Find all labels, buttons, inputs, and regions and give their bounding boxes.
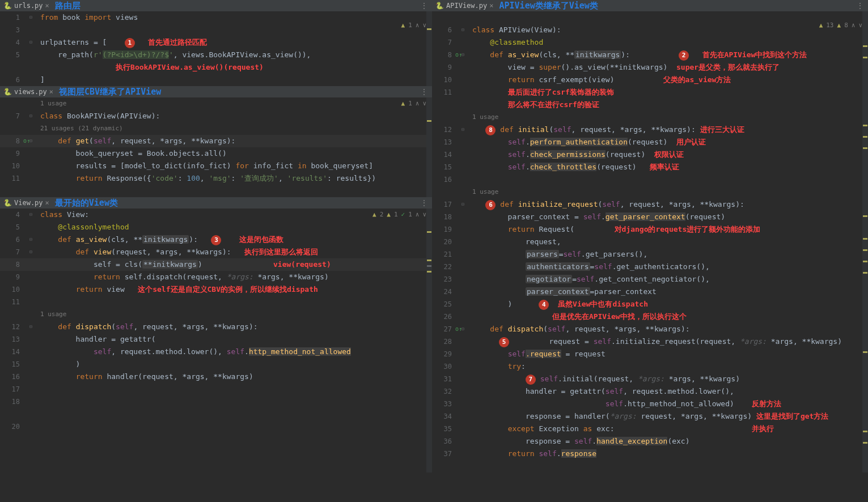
python-file-icon: 🐍 <box>435 2 444 10</box>
pane-title-views: 视图层CBV继承了APIView <box>59 87 161 97</box>
code-text: urlpatterns = [ <box>40 38 107 46</box>
annotation-exec: 执行BookAPIView.as_view()(request) <box>116 63 264 71</box>
chevron-down-icon[interactable]: ∨ <box>858 22 862 29</box>
usage-hint[interactable]: 1 usage <box>468 111 498 124</box>
tab-bar-view: 🐍 View.py × 最开始的View类 ⋮ <box>0 197 432 209</box>
tab-view[interactable]: View.py <box>14 199 43 207</box>
editor-view[interactable]: ▲2 ▲1 ✓1 ∧ ∨ 4⊟class View: 5 @classonlym… <box>0 209 432 473</box>
more-icon[interactable]: ⋮ <box>421 2 427 10</box>
main-container: 🐍 urls.py × 路由层 ⋮ ▲1 ∧ ∨ 1⊟from book imp… <box>0 0 868 473</box>
status-apiview[interactable]: ▲13 ▲8 ∧ ∨ <box>819 22 862 29</box>
more-icon[interactable]: ⋮ <box>421 88 427 96</box>
tab-bar-urls: 🐍 urls.py × 路由层 ⋮ <box>0 0 432 11</box>
check-icon: ✓ <box>401 211 405 218</box>
left-panel: 🐍 urls.py × 路由层 ⋮ ▲1 ∧ ∨ 1⊟from book imp… <box>0 0 432 473</box>
usage-hint[interactable]: 1 usage <box>36 97 66 110</box>
callout-7: 7 <box>526 375 536 385</box>
callout-4: 4 <box>539 300 549 310</box>
python-file-icon: 🐍 <box>3 2 12 10</box>
python-file-icon: 🐍 <box>3 88 12 96</box>
close-icon[interactable]: × <box>45 199 49 207</box>
warning-icon: ▲ <box>372 211 376 218</box>
callout-8: 8 <box>485 125 496 135</box>
warning-icon: ▲ <box>819 22 823 29</box>
status-views[interactable]: ▲1 ∧ ∨ <box>401 100 427 107</box>
chevron-up-icon[interactable]: ∧ <box>416 211 420 218</box>
chevron-up-icon[interactable]: ∧ <box>852 22 856 29</box>
chevron-down-icon[interactable]: ∨ <box>422 211 426 218</box>
editor-apiview[interactable]: ▲13 ▲8 ∧ ∨ 6⊟class APIView(View): 7 @cla… <box>432 11 868 473</box>
right-panel: 🐍 APIView.py × APIView类继承了View类 ⋮ ▲13 ▲8… <box>432 0 868 473</box>
close-icon[interactable]: × <box>489 2 493 10</box>
more-icon[interactable]: ⋮ <box>421 199 427 207</box>
chevron-up-icon[interactable]: ∧ <box>416 100 420 107</box>
warning-icon: ▲ <box>401 22 405 29</box>
usage-hint[interactable]: 1 usage <box>468 186 498 198</box>
line-number: 1 <box>0 11 31 24</box>
editor-urls[interactable]: ▲1 ∧ ∨ 1⊟from book import views 3 4⊟urlp… <box>0 11 432 86</box>
weak-warning-icon: ▲ <box>387 211 391 218</box>
usage-hint[interactable]: 21 usages (21 dynamic) <box>36 122 123 135</box>
chevron-up-icon[interactable]: ∧ <box>416 22 420 29</box>
pane-title-urls: 路由层 <box>55 1 81 11</box>
callout-3: 3 <box>211 235 221 245</box>
ann-find-method: 首先在APIView中找到这个方法 <box>702 50 807 59</box>
pane-title-apiview: APIView类继承了View类 <box>499 1 598 11</box>
usage-hint[interactable]: 1 usage <box>36 308 66 321</box>
annotation-1: 首先通过路径匹配 <box>148 38 207 46</box>
status-view[interactable]: ▲2 ▲1 ✓1 ∧ ∨ <box>372 211 426 218</box>
weak-warning-icon: ▲ <box>837 22 841 29</box>
tab-bar-apiview: 🐍 APIView.py × APIView类继承了View类 ⋮ <box>432 0 868 11</box>
callout-6: 6 <box>485 200 496 210</box>
tab-apiview[interactable]: APIView.py <box>446 2 487 10</box>
callout-1: 1 <box>125 38 135 48</box>
more-icon[interactable]: ⋮ <box>857 2 863 10</box>
python-file-icon: 🐍 <box>3 199 12 207</box>
pane-title-view: 最开始的View类 <box>55 198 118 209</box>
close-icon[interactable]: × <box>49 88 53 96</box>
ann-self: 这个self还是自定义CBV的实例，所以继续找dispath <box>138 285 318 293</box>
tab-urls[interactable]: urls.py <box>14 2 43 10</box>
warning-icon: ▲ <box>401 100 405 107</box>
editor-views[interactable]: ▲1 ∧ ∨ 1 usage 7⊟class BookAPIView(APIVi… <box>0 97 432 197</box>
tab-views[interactable]: views.py <box>14 88 47 96</box>
chevron-down-icon[interactable]: ∨ <box>422 100 426 107</box>
close-icon[interactable]: × <box>45 2 49 10</box>
ann-closure: 这是闭包函数 <box>239 235 283 244</box>
chevron-down-icon[interactable]: ∨ <box>422 22 426 29</box>
tab-bar-views: 🐍 views.py × 视图层CBV继承了APIView ⋮ <box>0 86 432 97</box>
status-urls[interactable]: ▲1 ∧ ∨ <box>401 22 427 29</box>
callout-2: 2 <box>679 50 689 61</box>
